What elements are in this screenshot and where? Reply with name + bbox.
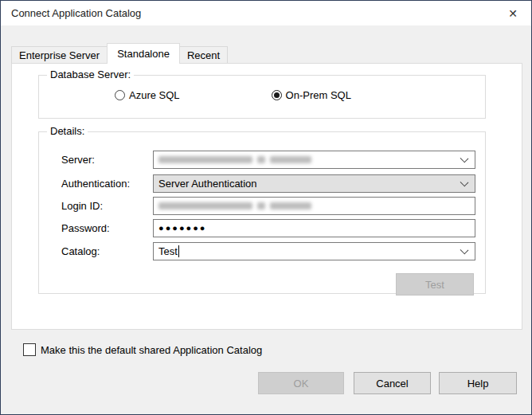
cancel-button-label: Cancel [376, 378, 408, 390]
test-button[interactable]: Test [396, 273, 474, 296]
default-catalog-checkbox-row[interactable]: Make this the default shared Application… [23, 343, 262, 356]
password-input[interactable]: ●●●●●●● [153, 219, 475, 237]
server-label: Server: [61, 151, 95, 169]
radio-label: On-Prem SQL [286, 89, 351, 101]
catalog-value: Test [158, 245, 178, 257]
standalone-tab-panel: Database Server: Azure SQL On-Prem SQL D… [11, 63, 522, 330]
password-masked-value: ●●●●●●● [158, 219, 207, 237]
login-id-row: Login ID: [39, 197, 485, 215]
tab-recent[interactable]: Recent [179, 46, 228, 63]
radio-on-prem-sql[interactable]: On-Prem SQL [272, 89, 351, 101]
test-button-label: Test [425, 279, 444, 291]
details-group: Details: Server: Authentication: Server … [38, 131, 486, 294]
server-combobox[interactable] [153, 151, 475, 169]
connect-application-catalog-dialog: Connect Application Catalog ✕ Enterprise… [0, 0, 532, 415]
ok-button-label: OK [294, 378, 309, 390]
login-id-input[interactable] [153, 197, 475, 215]
group-legend: Database Server: [47, 69, 134, 80]
cancel-button[interactable]: Cancel [354, 372, 431, 394]
radio-row: Azure SQL On-Prem SQL [39, 89, 485, 101]
password-label: Password: [61, 219, 110, 237]
checkbox-unchecked-icon[interactable] [23, 343, 36, 356]
redacted-value [158, 156, 311, 163]
authentication-row: Authentication: Server Authentication [39, 174, 485, 193]
close-button[interactable]: ✕ [495, 1, 531, 25]
window-title: Connect Application Catalog [1, 7, 141, 19]
help-button-label: Help [467, 378, 489, 390]
login-id-label: Login ID: [61, 197, 103, 215]
chevron-down-icon [460, 246, 469, 255]
tab-standalone[interactable]: Standalone [107, 43, 180, 64]
tab-enterprise-server[interactable]: Enterprise Server [11, 46, 108, 63]
text-caret [178, 245, 179, 257]
catalog-combobox[interactable]: Test [153, 242, 475, 260]
catalog-label: Catalog: [61, 242, 100, 260]
chevron-down-icon [460, 155, 469, 163]
titlebar: Connect Application Catalog ✕ [1, 1, 531, 25]
help-button[interactable]: Help [439, 372, 517, 394]
password-row: Password: ●●●●●●● [39, 219, 485, 237]
tab-label: Enterprise Server [19, 49, 100, 61]
group-legend: Details: [47, 125, 88, 137]
database-server-group: Database Server: Azure SQL On-Prem SQL [38, 75, 486, 119]
server-row: Server: [39, 151, 485, 169]
tab-label: Standalone [117, 48, 170, 60]
radio-checked-icon [272, 90, 282, 100]
authentication-value: Server Authentication [158, 178, 257, 190]
chevron-down-icon [460, 178, 469, 187]
checkbox-label: Make this the default shared Application… [41, 344, 262, 356]
tab-strip: Enterprise Server Standalone Recent [11, 42, 531, 63]
catalog-row: Catalog: Test [39, 242, 485, 260]
redacted-value [158, 202, 311, 209]
radio-unchecked-icon [115, 90, 125, 100]
authentication-dropdown[interactable]: Server Authentication [153, 174, 475, 193]
ok-button[interactable]: OK [258, 372, 344, 394]
radio-label: Azure SQL [129, 89, 180, 101]
tab-label: Recent [187, 49, 220, 61]
authentication-label: Authentication: [61, 174, 130, 193]
close-icon: ✕ [508, 7, 518, 20]
radio-azure-sql[interactable]: Azure SQL [115, 89, 180, 101]
